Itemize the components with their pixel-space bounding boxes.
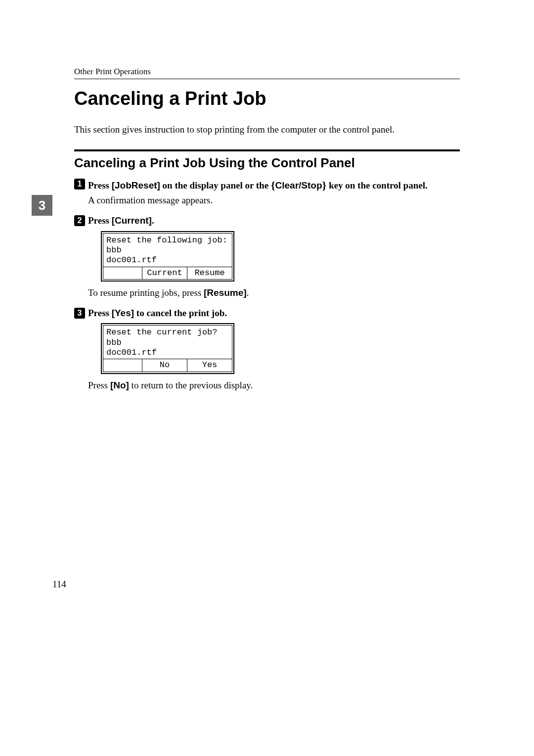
step-2: 2 Press [Current]. Reset the following j… [74, 214, 460, 304]
text: key on the control panel. [326, 180, 427, 190]
page-content: Other Print Operations Canceling a Print… [0, 0, 534, 396]
subheading: Canceling a Print Job Using the Control … [74, 155, 460, 171]
display-panel-1: Reset the following job: bbb doc001.rtf … [101, 231, 234, 282]
step-3-instruction: Press [Yes] to cancel the print job. [88, 308, 227, 318]
step-1-instruction: Press [JobReset] on the display panel or… [88, 180, 428, 190]
text: Press [88, 215, 112, 226]
text: Press [88, 180, 112, 190]
bracket-open: { [271, 179, 275, 191]
text: to cancel the print job. [134, 308, 227, 318]
panel-button-current[interactable]: Current [142, 267, 187, 279]
step-1-result: A confirmation message appears. [88, 194, 460, 207]
panel-blank-cell [103, 267, 142, 279]
page-title: Canceling a Print Job [74, 88, 460, 109]
step-number-icon: 1 [74, 179, 85, 189]
step-2-instruction: Press [Current]. [88, 215, 154, 226]
step-number-icon: 3 [74, 308, 85, 319]
clearstop-label: Clear/Stop [275, 180, 322, 190]
panel-line: Reset the current job? [106, 328, 229, 337]
text: Press [88, 380, 110, 390]
text: To resume printing jobs, press [88, 287, 204, 298]
current-label: [Current] [112, 215, 152, 226]
page-number: 114 [52, 579, 66, 590]
display-panel-2: Reset the current job? bbb doc001.rtf No… [101, 323, 234, 374]
panel-line: doc001.rtf [106, 348, 229, 358]
text: on the display panel or the [160, 180, 271, 190]
divider-thick [74, 149, 460, 151]
text: . [152, 215, 154, 226]
panel-button-resume[interactable]: Resume [187, 267, 232, 279]
step-1: 1 Press [JobReset] on the display panel … [74, 178, 460, 211]
panel-line: bbb [106, 338, 229, 348]
jobreset-label: [JobReset] [112, 180, 160, 190]
yes-label: [Yes] [112, 308, 134, 318]
step-2-result: To resume printing jobs, press [Resume]. [88, 286, 460, 300]
panel-button-yes[interactable]: Yes [187, 359, 232, 371]
panel-line: doc001.rtf [106, 255, 229, 265]
panel-line: bbb [106, 245, 229, 255]
text: . [247, 287, 249, 298]
text: Press [88, 308, 112, 318]
panel-line: Reset the following job: [106, 236, 229, 245]
bracket-close: } [322, 179, 327, 191]
intro-paragraph: This section gives instruction to stop p… [74, 123, 460, 137]
text: to return to the previous display. [129, 380, 253, 390]
step-3: 3 Press [Yes] to cancel the print job. R… [74, 307, 460, 396]
resume-label: [Resume] [204, 287, 247, 298]
divider-thin [74, 79, 460, 79]
step-number-icon: 2 [74, 215, 85, 226]
section-header: Other Print Operations [74, 67, 460, 77]
panel-blank-cell [103, 359, 142, 371]
panel-button-no[interactable]: No [142, 359, 187, 371]
step-3-result: Press [No] to return to the previous dis… [88, 379, 460, 392]
no-label: [No] [110, 380, 129, 390]
